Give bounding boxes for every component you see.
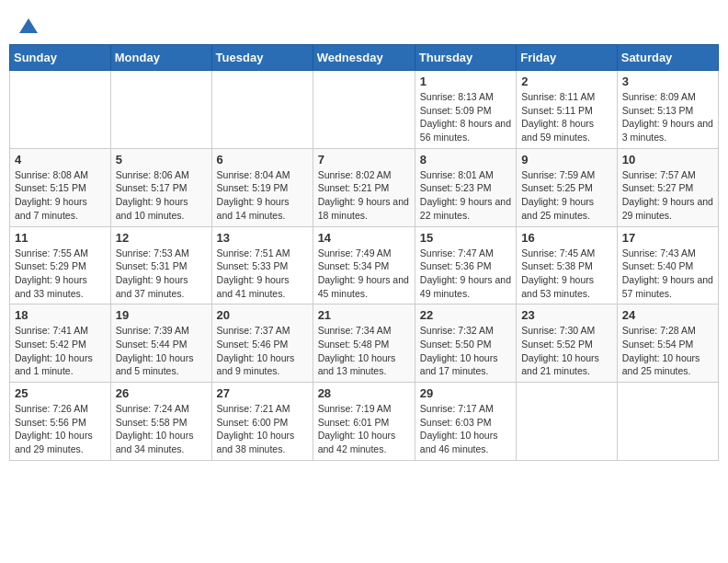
day-number: 2: [521, 75, 612, 88]
day-info: Sunrise: 7:24 AM Sunset: 5:58 PM Dayligh…: [116, 402, 207, 456]
day-number: 3: [622, 75, 713, 88]
calendar-header-tuesday: Tuesday: [211, 45, 313, 71]
calendar-cell: [517, 383, 618, 461]
day-number: 21: [318, 308, 410, 322]
day-number: 8: [420, 153, 511, 167]
calendar-cell: 21Sunrise: 7:34 AM Sunset: 5:48 PM Dayli…: [313, 304, 415, 383]
calendar-cell: 5Sunrise: 8:06 AM Sunset: 5:17 PM Daylig…: [110, 148, 211, 226]
calendar-week-row: 4Sunrise: 8:08 AM Sunset: 5:15 PM Daylig…: [10, 148, 719, 226]
calendar-cell: 6Sunrise: 8:04 AM Sunset: 5:19 PM Daylig…: [211, 148, 313, 226]
calendar-cell: 9Sunrise: 7:59 AM Sunset: 5:25 PM Daylig…: [517, 148, 618, 226]
calendar-cell: 27Sunrise: 7:21 AM Sunset: 6:00 PM Dayli…: [211, 383, 313, 461]
calendar-cell: 11Sunrise: 7:55 AM Sunset: 5:29 PM Dayli…: [10, 226, 111, 304]
day-info: Sunrise: 8:01 AM Sunset: 5:23 PM Dayligh…: [420, 168, 511, 223]
calendar-cell: 4Sunrise: 8:08 AM Sunset: 5:15 PM Daylig…: [10, 148, 111, 226]
day-number: 19: [116, 308, 207, 322]
calendar-header-sunday: Sunday: [10, 45, 111, 71]
calendar-cell: 25Sunrise: 7:26 AM Sunset: 5:56 PM Dayli…: [10, 383, 111, 461]
logo-icon: [19, 17, 38, 35]
calendar-cell: [617, 383, 718, 461]
day-info: Sunrise: 7:45 AM Sunset: 5:38 PM Dayligh…: [521, 247, 612, 301]
day-info: Sunrise: 8:11 AM Sunset: 5:11 PM Dayligh…: [521, 90, 612, 144]
day-info: Sunrise: 7:28 AM Sunset: 5:54 PM Dayligh…: [622, 324, 713, 378]
day-info: Sunrise: 7:17 AM Sunset: 6:03 PM Dayligh…: [420, 402, 511, 456]
day-number: 9: [521, 153, 612, 167]
day-info: Sunrise: 7:57 AM Sunset: 5:27 PM Dayligh…: [622, 168, 713, 223]
calendar-cell: 17Sunrise: 7:43 AM Sunset: 5:40 PM Dayli…: [617, 226, 718, 304]
calendar-cell: 7Sunrise: 8:02 AM Sunset: 5:21 PM Daylig…: [313, 148, 415, 226]
day-info: Sunrise: 7:39 AM Sunset: 5:44 PM Dayligh…: [116, 324, 207, 378]
calendar-cell: 12Sunrise: 7:53 AM Sunset: 5:31 PM Dayli…: [110, 226, 211, 304]
calendar-cell: 26Sunrise: 7:24 AM Sunset: 5:58 PM Dayli…: [110, 383, 211, 461]
calendar-cell: [211, 71, 313, 149]
day-info: Sunrise: 7:32 AM Sunset: 5:50 PM Dayligh…: [420, 324, 511, 378]
calendar-cell: 8Sunrise: 8:01 AM Sunset: 5:23 PM Daylig…: [415, 148, 516, 226]
day-number: 11: [15, 231, 106, 245]
calendar-week-row: 18Sunrise: 7:41 AM Sunset: 5:42 PM Dayli…: [10, 304, 719, 383]
day-info: Sunrise: 7:47 AM Sunset: 5:36 PM Dayligh…: [420, 247, 511, 301]
calendar-header-thursday: Thursday: [415, 45, 516, 71]
calendar-cell: 16Sunrise: 7:45 AM Sunset: 5:38 PM Dayli…: [517, 226, 618, 304]
calendar-header-monday: Monday: [110, 45, 211, 71]
day-info: Sunrise: 7:51 AM Sunset: 5:33 PM Dayligh…: [217, 247, 308, 301]
day-number: 17: [622, 231, 713, 245]
day-number: 29: [420, 386, 511, 400]
day-number: 27: [217, 386, 308, 400]
day-number: 20: [217, 308, 308, 322]
day-info: Sunrise: 7:37 AM Sunset: 5:46 PM Dayligh…: [217, 324, 308, 378]
calendar-cell: [10, 71, 111, 149]
day-number: 28: [318, 386, 410, 400]
day-number: 26: [116, 386, 207, 400]
day-number: 7: [318, 153, 410, 167]
calendar-week-row: 11Sunrise: 7:55 AM Sunset: 5:29 PM Dayli…: [10, 226, 719, 304]
day-info: Sunrise: 8:04 AM Sunset: 5:19 PM Dayligh…: [217, 168, 308, 223]
day-info: Sunrise: 7:41 AM Sunset: 5:42 PM Dayligh…: [15, 324, 106, 378]
calendar-week-row: 25Sunrise: 7:26 AM Sunset: 5:56 PM Dayli…: [10, 383, 719, 461]
day-info: Sunrise: 8:13 AM Sunset: 5:09 PM Dayligh…: [420, 90, 511, 144]
calendar-header-friday: Friday: [517, 45, 618, 71]
day-number: 18: [15, 308, 106, 322]
day-number: 23: [521, 308, 612, 322]
calendar-cell: 3Sunrise: 8:09 AM Sunset: 5:13 PM Daylig…: [617, 71, 718, 149]
calendar-cell: 1Sunrise: 8:13 AM Sunset: 5:09 PM Daylig…: [415, 71, 516, 149]
day-info: Sunrise: 7:19 AM Sunset: 6:01 PM Dayligh…: [318, 402, 410, 456]
calendar-cell: 28Sunrise: 7:19 AM Sunset: 6:01 PM Dayli…: [313, 383, 415, 461]
day-info: Sunrise: 8:08 AM Sunset: 5:15 PM Dayligh…: [15, 168, 106, 223]
day-info: Sunrise: 8:09 AM Sunset: 5:13 PM Dayligh…: [622, 90, 713, 144]
day-info: Sunrise: 7:34 AM Sunset: 5:48 PM Dayligh…: [318, 324, 410, 378]
calendar-cell: 29Sunrise: 7:17 AM Sunset: 6:03 PM Dayli…: [415, 383, 516, 461]
day-info: Sunrise: 7:49 AM Sunset: 5:34 PM Dayligh…: [318, 247, 410, 301]
calendar-cell: [313, 71, 415, 149]
calendar-header-row: SundayMondayTuesdayWednesdayThursdayFrid…: [10, 45, 719, 71]
calendar-header-saturday: Saturday: [617, 45, 718, 71]
day-number: 5: [116, 153, 207, 167]
day-info: Sunrise: 7:53 AM Sunset: 5:31 PM Dayligh…: [116, 247, 207, 301]
day-number: 10: [622, 153, 713, 167]
day-info: Sunrise: 7:26 AM Sunset: 5:56 PM Dayligh…: [15, 402, 106, 456]
calendar-cell: 20Sunrise: 7:37 AM Sunset: 5:46 PM Dayli…: [211, 304, 313, 383]
day-number: 12: [116, 231, 207, 245]
day-number: 15: [420, 231, 511, 245]
svg-marker-0: [19, 18, 38, 33]
calendar-cell: [110, 71, 211, 149]
day-number: 25: [15, 386, 106, 400]
day-number: 24: [622, 308, 713, 322]
calendar-table: SundayMondayTuesdayWednesdayThursdayFrid…: [9, 44, 719, 461]
calendar-cell: 22Sunrise: 7:32 AM Sunset: 5:50 PM Dayli…: [415, 304, 516, 383]
day-info: Sunrise: 8:06 AM Sunset: 5:17 PM Dayligh…: [116, 168, 207, 223]
calendar-cell: 18Sunrise: 7:41 AM Sunset: 5:42 PM Dayli…: [10, 304, 111, 383]
calendar-header-wednesday: Wednesday: [313, 45, 415, 71]
day-info: Sunrise: 7:30 AM Sunset: 5:52 PM Dayligh…: [521, 324, 612, 378]
day-number: 14: [318, 231, 410, 245]
calendar-cell: 2Sunrise: 8:11 AM Sunset: 5:11 PM Daylig…: [517, 71, 618, 149]
calendar-cell: 19Sunrise: 7:39 AM Sunset: 5:44 PM Dayli…: [110, 304, 211, 383]
day-number: 22: [420, 308, 511, 322]
logo: [18, 17, 40, 35]
day-number: 13: [217, 231, 308, 245]
calendar-cell: 23Sunrise: 7:30 AM Sunset: 5:52 PM Dayli…: [517, 304, 618, 383]
day-number: 6: [217, 153, 308, 167]
day-info: Sunrise: 7:43 AM Sunset: 5:40 PM Dayligh…: [622, 247, 713, 301]
calendar-week-row: 1Sunrise: 8:13 AM Sunset: 5:09 PM Daylig…: [10, 71, 719, 149]
calendar-cell: 13Sunrise: 7:51 AM Sunset: 5:33 PM Dayli…: [211, 226, 313, 304]
day-info: Sunrise: 7:59 AM Sunset: 5:25 PM Dayligh…: [521, 168, 612, 223]
